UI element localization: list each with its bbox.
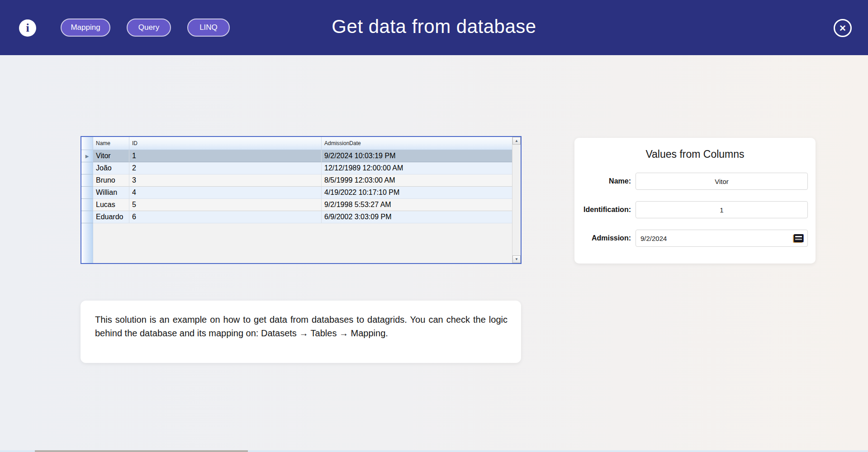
scroll-up-icon: ▲: [515, 139, 518, 143]
row-header[interactable]: [81, 162, 93, 174]
scroll-down-button[interactable]: ▼: [512, 255, 521, 263]
cell-name[interactable]: Eduardo: [93, 211, 129, 223]
cell-admissiondate[interactable]: 8/5/1999 12:03:00 AM: [322, 174, 512, 187]
vertical-scrollbar[interactable]: ▲ ▼: [512, 137, 521, 263]
cell-id[interactable]: 2: [129, 162, 322, 174]
scroll-down-icon: ▼: [515, 257, 518, 261]
table-row[interactable]: Bruno 3 8/5/1999 12:03:00 AM: [81, 174, 512, 187]
name-label: Name:: [574, 177, 631, 185]
horizontal-scrollbar[interactable]: [0, 450, 868, 452]
row-header[interactable]: [81, 187, 93, 199]
nav-button-group: Mapping Query LINQ: [61, 19, 230, 37]
admission-label: Admission:: [574, 234, 631, 242]
admission-datepicker: [636, 230, 808, 247]
mapping-button[interactable]: Mapping: [61, 19, 110, 37]
cell-id[interactable]: 5: [129, 199, 322, 211]
calendar-icon[interactable]: [794, 234, 803, 242]
table-row[interactable]: ▶ Vitor 1 9/2/2024 10:03:19 PM: [81, 150, 512, 162]
cell-id[interactable]: 3: [129, 174, 322, 187]
cell-admissiondate[interactable]: 4/19/2022 10:17:10 PM: [322, 187, 512, 199]
table-row[interactable]: Willian 4 4/19/2022 10:17:10 PM: [81, 187, 512, 199]
identification-label: Identification:: [574, 206, 631, 214]
cell-name[interactable]: Vitor: [93, 150, 129, 162]
scroll-up-button[interactable]: ▲: [512, 137, 521, 145]
name-input[interactable]: [636, 173, 808, 190]
datagrid: Name ID AdmissionDate ▶ Vitor 1 9/2/2024…: [81, 136, 522, 264]
identification-input[interactable]: [636, 201, 808, 218]
query-button-label: Query: [138, 23, 159, 32]
cell-id[interactable]: 1: [129, 150, 322, 162]
query-button[interactable]: Query: [127, 19, 171, 37]
identification-field-row: Identification:: [574, 201, 808, 218]
values-from-columns-panel: Values from Columns Name: Identification…: [574, 138, 816, 264]
panel-title: Values from Columns: [574, 148, 816, 160]
cell-name[interactable]: João: [93, 162, 129, 174]
close-icon: ✕: [839, 23, 846, 33]
cell-name[interactable]: Bruno: [93, 174, 129, 187]
datagrid-corner-cell[interactable]: [81, 137, 93, 150]
cell-name[interactable]: Lucas: [93, 199, 129, 211]
table-row[interactable]: Eduardo 6 6/9/2002 3:03:09 PM: [81, 211, 512, 223]
description-card: This solution is an example on how to ge…: [81, 301, 521, 363]
row-header[interactable]: [81, 199, 93, 211]
cell-id[interactable]: 6: [129, 211, 322, 223]
cell-admissiondate[interactable]: 9/2/1998 5:53:27 AM: [322, 199, 512, 211]
row-header[interactable]: [81, 174, 93, 187]
linq-button[interactable]: LINQ: [187, 19, 230, 37]
description-text: This solution is an example on how to ge…: [81, 301, 521, 340]
horizontal-scrollbar-thumb[interactable]: [35, 450, 248, 452]
row-header[interactable]: [81, 211, 93, 223]
row-header-current-marker[interactable]: ▶: [81, 150, 93, 162]
mapping-button-label: Mapping: [71, 23, 100, 32]
info-icon[interactable]: i: [19, 19, 36, 37]
table-row[interactable]: João 2 12/12/1989 12:00:00 AM: [81, 162, 512, 174]
column-header-name[interactable]: Name: [93, 137, 129, 150]
cell-id[interactable]: 4: [129, 187, 322, 199]
cell-admissiondate[interactable]: 12/12/1989 12:00:00 AM: [322, 162, 512, 174]
name-field-row: Name:: [574, 173, 808, 190]
cell-name[interactable]: Willian: [93, 187, 129, 199]
close-button[interactable]: ✕: [834, 19, 852, 37]
cell-admissiondate[interactable]: 9/2/2024 10:03:19 PM: [322, 150, 512, 162]
column-header-admissiondate[interactable]: AdmissionDate: [322, 137, 512, 150]
admission-input[interactable]: [636, 230, 808, 247]
current-row-arrow-icon: ▶: [85, 154, 89, 159]
cell-admissiondate[interactable]: 6/9/2002 3:03:09 PM: [322, 211, 512, 223]
admission-field-row: Admission:: [574, 230, 808, 247]
title-bar: i Mapping Query LINQ Get data from datab…: [0, 0, 868, 55]
linq-button-label: LINQ: [199, 23, 218, 32]
column-header-id[interactable]: ID: [129, 137, 322, 150]
info-icon-glyph: i: [26, 21, 29, 35]
table-row[interactable]: Lucas 5 9/2/1998 5:53:27 AM: [81, 199, 512, 211]
datagrid-header-row: Name ID AdmissionDate: [81, 137, 521, 150]
